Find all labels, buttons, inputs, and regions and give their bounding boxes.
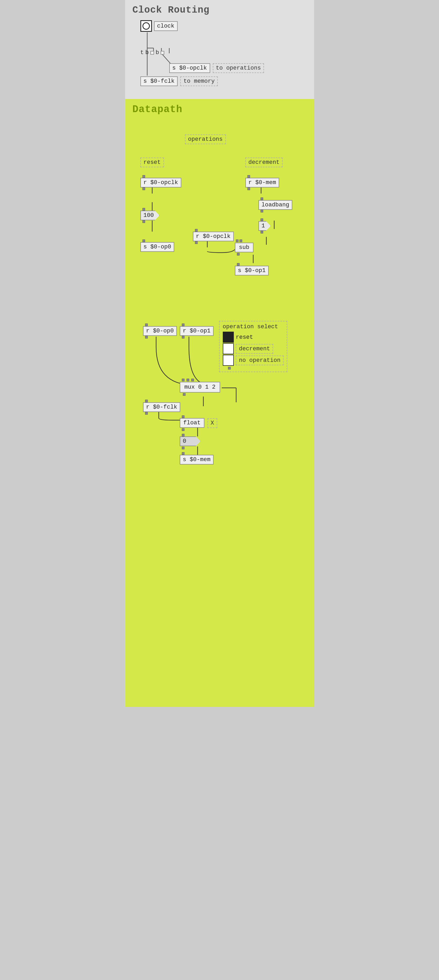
datapath-content: operations reset decrement r $0-opclk r …	[133, 119, 307, 697]
s-fclk-box: s $0-fclk	[140, 76, 178, 86]
mux-node: mux 0 1 2	[180, 379, 220, 396]
num-1-node: 1	[258, 218, 271, 234]
op-noop-row: no operation	[223, 355, 284, 366]
loadbang-node: loadbang	[258, 197, 293, 212]
op-reset-label: reset	[236, 334, 253, 340]
clock-routing-section: Clock Routing clock	[125, 0, 314, 99]
b1-label: b	[145, 49, 149, 56]
datapath-section: Datapath	[125, 99, 314, 707]
r-op0-node: r $0-op0	[143, 323, 177, 339]
clock-tbb-row: t b b	[140, 49, 165, 56]
clock-content: clock t b b s $0-opclk to operations s $…	[133, 19, 307, 93]
r-opclk-2-node: r $0-opclk	[193, 229, 234, 244]
decrement-dashed-box: decrement	[246, 158, 283, 167]
s-op1-node: s $0-op1	[235, 263, 269, 275]
reset-dashed-box: reset	[140, 158, 164, 167]
clock-label: clock	[154, 21, 178, 31]
r-op1-node: r $0-op1	[180, 323, 214, 339]
s-opclk-box: s $0-opclk	[169, 63, 210, 73]
r-opclk-1-node: r $0-opclk	[140, 175, 181, 190]
sub-node: sub	[235, 240, 254, 256]
zero-node: 0	[180, 434, 201, 449]
t-label: t	[140, 49, 144, 56]
clock-circle-icon	[143, 22, 150, 30]
x-box: X	[208, 418, 217, 428]
op-decrement-label: decrement	[236, 344, 273, 354]
float-node: float X	[180, 415, 217, 431]
clock-icon-box	[140, 20, 152, 32]
op-decrement-row: decrement	[223, 343, 284, 354]
r-fclk-node: r $0-fclk	[143, 400, 181, 415]
s-mem-node: s $0-mem	[180, 452, 214, 465]
clock-node: clock	[140, 20, 178, 32]
opclk-row: s $0-opclk to operations	[169, 63, 264, 73]
b1-port	[151, 51, 154, 55]
op-select-title: operation select	[223, 323, 284, 330]
operations-box: operations	[185, 134, 226, 144]
op-noop-label: no operation	[236, 356, 284, 365]
op-select-port	[228, 367, 231, 369]
b2-port	[161, 51, 164, 55]
to-operations-box: to operations	[213, 63, 264, 73]
datapath-title: Datapath	[133, 104, 307, 115]
clock-title: Clock Routing	[133, 5, 307, 16]
op-reset-radio[interactable]	[223, 332, 234, 343]
fclk-row: s $0-fclk to memory	[140, 76, 218, 86]
op-select-container: operation select reset decrement no oper…	[219, 321, 287, 372]
b2-label: b	[155, 49, 159, 56]
num-100-node: 100	[140, 208, 160, 223]
s-op0-node: s $0-op0	[140, 240, 174, 252]
op-noop-radio[interactable]	[223, 355, 234, 366]
op-decrement-radio[interactable]	[223, 343, 234, 354]
to-memory-box: to memory	[180, 76, 218, 86]
op-reset-row: reset	[223, 332, 284, 343]
op-select-box: operation select reset decrement no oper…	[219, 321, 287, 372]
r-mem-node: r $0-mem	[246, 175, 279, 190]
